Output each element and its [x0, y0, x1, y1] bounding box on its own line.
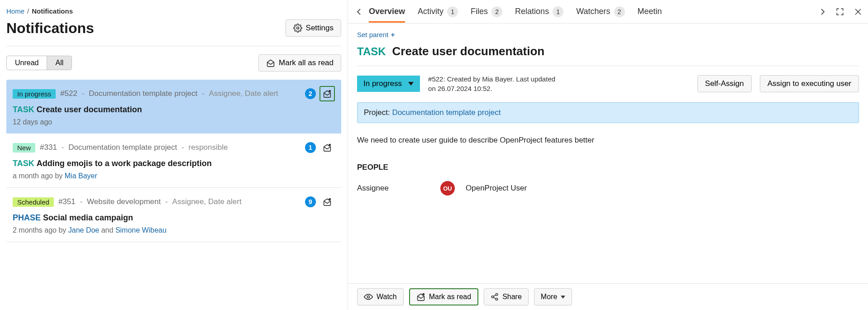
wp-time: 12 days ago: [13, 118, 52, 126]
svg-point-0: [296, 27, 299, 29]
wp-id: #331: [40, 143, 57, 152]
breadcrumb-separator: /: [27, 7, 29, 15]
breadcrumb-current: Notifications: [32, 7, 73, 15]
detail-type: TASK: [357, 45, 386, 58]
people-header: PEOPLE: [357, 163, 859, 172]
status-label: In progress: [363, 79, 402, 88]
notification-item[interactable]: Scheduled #351 - Website development - A…: [6, 188, 341, 242]
avatar: OU: [440, 181, 455, 196]
wp-subject: Create user documentation: [37, 105, 142, 114]
notification-item[interactable]: In progress #522 - Documentation templat…: [6, 80, 341, 134]
assignee-name[interactable]: OpenProject User: [466, 184, 527, 193]
watch-label: Watch: [377, 293, 397, 301]
unread-count-badge: 9: [305, 196, 316, 207]
svg-point-11: [496, 294, 498, 296]
wp-reason: Assignee, Date alert: [172, 197, 242, 206]
status-badge: In progress: [13, 89, 56, 99]
tab-count: 2: [491, 6, 502, 17]
wp-actor[interactable]: Simone Wibeau: [115, 226, 167, 234]
project-link[interactable]: Documentation template project: [392, 108, 501, 117]
mark-read-icon[interactable]: [320, 86, 335, 101]
tabs-scroll-right[interactable]: [816, 5, 829, 18]
wp-reason: responsible: [189, 143, 228, 152]
self-assign-button[interactable]: Self-Assign: [697, 75, 752, 92]
mail-open-icon: [416, 293, 425, 301]
tab-count: 2: [614, 6, 625, 17]
status-badge: Scheduled: [13, 197, 54, 207]
set-parent-link[interactable]: Set parent: [357, 31, 396, 38]
and-word: and: [101, 226, 114, 234]
project-prefix: Project:: [364, 108, 390, 117]
close-icon[interactable]: [853, 6, 863, 17]
filter-unread[interactable]: Unread: [6, 56, 47, 70]
detail-meta: #522: Created by Mia Bayer. Last updated…: [428, 74, 564, 93]
mark-read-icon[interactable]: [320, 194, 335, 210]
wp-project: Website development: [87, 197, 161, 206]
wp-project: Documentation template project: [68, 143, 177, 152]
tab-count: 1: [553, 6, 563, 17]
svg-marker-16: [561, 296, 565, 299]
gear-icon: [293, 24, 302, 33]
wp-actor[interactable]: Mia Bayer: [65, 172, 97, 180]
tab-label: Overview: [369, 7, 405, 16]
assign-executing-button[interactable]: Assign to executing user: [760, 75, 859, 92]
mark-as-read-button[interactable]: Mark as read: [409, 288, 478, 305]
breadcrumb: Home / Notifications: [6, 7, 341, 15]
tab-relations[interactable]: Relations 1: [515, 1, 563, 23]
svg-point-12: [491, 296, 494, 298]
settings-button[interactable]: Settings: [286, 19, 341, 37]
eye-icon: [364, 294, 373, 300]
mark-read-icon[interactable]: [320, 140, 335, 155]
tab-files[interactable]: Files 2: [471, 1, 502, 23]
wp-id: #351: [58, 197, 76, 206]
tab-label: Relations: [515, 7, 549, 16]
caret-down-icon: [408, 82, 414, 86]
mark-all-label: Mark all as read: [279, 58, 334, 67]
tabs-scroll-left[interactable]: [353, 5, 365, 18]
more-label: More: [541, 293, 557, 301]
more-button[interactable]: More: [534, 288, 572, 305]
svg-point-9: [367, 296, 370, 298]
dash: -: [82, 90, 84, 98]
wp-type: PHASE: [13, 213, 41, 222]
status-badge: New: [13, 143, 35, 153]
filter-toggle: Unread All: [6, 56, 72, 70]
fullscreen-icon[interactable]: [835, 6, 845, 17]
wp-actor[interactable]: Jane Doe: [68, 226, 100, 234]
mark-all-read-button[interactable]: Mark all as read: [258, 54, 341, 72]
mark-read-label: Mark as read: [429, 293, 471, 301]
mail-open-icon: [266, 59, 275, 67]
tab-label: Meetin: [638, 7, 662, 16]
filter-all[interactable]: All: [47, 56, 72, 70]
dash: -: [165, 198, 167, 206]
page-title: Notifications: [6, 20, 94, 37]
by-word: by: [58, 226, 66, 234]
wp-time: 2 months ago: [13, 226, 57, 234]
breadcrumb-home[interactable]: Home: [6, 7, 24, 15]
detail-subject[interactable]: Create user documentation: [392, 44, 545, 58]
share-button[interactable]: Share: [484, 288, 529, 305]
dash: -: [181, 143, 184, 152]
set-parent-label: Set parent: [357, 31, 388, 38]
tab-overview[interactable]: Overview: [369, 1, 405, 23]
settings-label: Settings: [306, 24, 334, 33]
tab-activity[interactable]: Activity 1: [418, 1, 458, 23]
dash: -: [62, 143, 64, 152]
tab-meetings[interactable]: Meetin: [638, 1, 662, 23]
status-dropdown[interactable]: In progress: [357, 76, 420, 92]
share-icon: [491, 293, 499, 301]
share-label: Share: [502, 293, 522, 301]
assignee-label: Assignee: [357, 184, 429, 193]
svg-point-2: [329, 144, 331, 146]
wp-time: a month ago: [13, 172, 53, 180]
tab-watchers[interactable]: Watchers 2: [576, 1, 625, 23]
svg-line-14: [494, 295, 496, 296]
description-text[interactable]: We need to create user guide to describe…: [357, 136, 859, 145]
watch-button[interactable]: Watch: [357, 288, 404, 305]
unread-count-badge: 2: [305, 88, 316, 99]
notification-item[interactable]: New #331 - Documentation template projec…: [6, 134, 341, 188]
wp-type: TASK: [13, 159, 34, 168]
tab-count: 1: [447, 6, 458, 17]
wp-id: #522: [60, 89, 77, 98]
tab-label: Watchers: [576, 7, 610, 16]
